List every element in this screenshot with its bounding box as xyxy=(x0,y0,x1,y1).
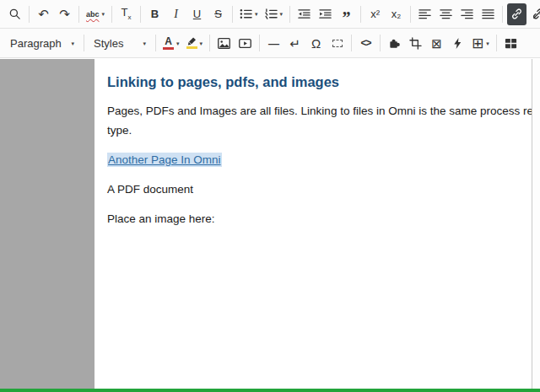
clear-formatting-icon: Tx xyxy=(122,7,132,21)
horizontal-rule-icon: — xyxy=(268,38,279,49)
toolbar-separator xyxy=(502,6,503,23)
insert-table-button[interactable]: ⊞ ▾ xyxy=(469,32,492,54)
chevron-down-icon: ▾ xyxy=(143,40,146,46)
insert-snippet-button[interactable] xyxy=(385,32,404,54)
align-left-icon xyxy=(418,8,431,20)
document-paragraph: Pages, PDFs and Images are all files. Li… xyxy=(107,102,540,141)
text-color-button[interactable]: A ▾ xyxy=(160,32,182,54)
chevron-down-icon: ▾ xyxy=(280,11,284,17)
box-x-icon: ⊠ xyxy=(431,37,442,50)
outdent-button[interactable] xyxy=(294,3,314,25)
align-right-button[interactable] xyxy=(457,3,477,25)
image-gallery-button[interactable] xyxy=(501,32,521,54)
toolbar-separator xyxy=(496,35,497,51)
chevron-down-icon: ▾ xyxy=(255,11,258,17)
highlighter-icon xyxy=(186,37,197,49)
lightning-icon xyxy=(451,37,464,50)
align-center-icon xyxy=(440,8,452,20)
superscript-button[interactable]: x² xyxy=(365,3,385,25)
link-paragraph: Another Page In Omni xyxy=(107,151,540,170)
toolbar-row-2: Paragraph ▾ Styles ▾ A ▾ ▾ xyxy=(0,29,540,58)
special-character-button[interactable]: Ω xyxy=(306,32,326,54)
source-code-button[interactable]: <> xyxy=(356,32,375,54)
italic-icon: I xyxy=(174,8,178,20)
styles-select[interactable]: Styles ▾ xyxy=(89,32,151,54)
bullet-list-button[interactable]: ▾ xyxy=(237,3,261,25)
spellcheck-button[interactable]: abc ▾ xyxy=(84,3,107,25)
align-justify-button[interactable] xyxy=(478,3,498,25)
italic-button[interactable]: I xyxy=(166,3,186,25)
spellcheck-icon: abc xyxy=(86,10,100,19)
chevron-down-icon: ▾ xyxy=(102,11,105,17)
toolbar-separator xyxy=(111,6,112,23)
editor-content-area[interactable]: Linking to pages, pdfs, and images Pages… xyxy=(0,59,540,389)
rich-text-editor: ↶ ↷ abc ▾ Tx B I U S ▾ ▾ xyxy=(0,0,540,392)
page-margin xyxy=(0,59,94,389)
search-icon xyxy=(8,8,21,20)
clear-region-button[interactable]: ⊠ xyxy=(427,32,446,54)
underline-icon: U xyxy=(193,8,201,19)
unlink-icon xyxy=(532,8,540,20)
bold-icon: B xyxy=(151,8,159,19)
bold-button[interactable]: B xyxy=(145,3,165,25)
document-heading: Linking to pages, pdfs, and images xyxy=(107,74,540,90)
horizontal-rule-button[interactable]: — xyxy=(264,32,284,54)
toolbar-separator xyxy=(410,6,411,23)
nonbreaking-space-icon xyxy=(332,40,343,47)
subscript-button[interactable]: x₂ xyxy=(386,3,406,25)
search-button[interactable] xyxy=(5,3,24,25)
toolbar-separator xyxy=(140,6,141,23)
paragraph-format-select[interactable]: Paragraph ▾ xyxy=(5,32,79,54)
link-icon xyxy=(510,8,523,20)
blockquote-icon: ” xyxy=(343,14,351,21)
toolbar-separator xyxy=(380,35,381,51)
align-left-button[interactable] xyxy=(415,3,435,25)
page-link[interactable]: Another Page In Omni xyxy=(107,153,222,167)
numbered-list-button[interactable]: ▾ xyxy=(262,3,286,25)
insert-link-button[interactable] xyxy=(507,3,526,25)
indent-button[interactable] xyxy=(316,3,335,25)
chevron-down-icon: ▾ xyxy=(486,40,489,46)
puzzle-icon xyxy=(388,37,401,50)
subscript-icon: x₂ xyxy=(392,8,402,19)
superscript-icon: x² xyxy=(370,8,380,19)
media-icon xyxy=(239,37,251,50)
insert-asset-button[interactable] xyxy=(448,32,467,54)
line-break-icon: ↵ xyxy=(289,37,300,50)
undo-button[interactable]: ↶ xyxy=(34,3,53,25)
redo-icon: ↷ xyxy=(59,8,70,20)
indent-icon xyxy=(319,8,332,20)
chevron-down-icon: ▾ xyxy=(176,40,180,46)
crop-icon xyxy=(409,37,422,50)
text-color-icon: A xyxy=(163,36,174,50)
insert-image-button[interactable] xyxy=(214,32,234,54)
blockquote-button[interactable]: ” xyxy=(337,3,356,25)
strikethrough-button[interactable]: S xyxy=(208,3,228,25)
nonbreaking-space-button[interactable] xyxy=(327,32,347,54)
chevron-down-icon: ▾ xyxy=(71,40,74,46)
pdf-line: A PDF document xyxy=(107,180,540,200)
paragraph-format-label: Paragraph xyxy=(10,37,62,50)
unlink-button[interactable] xyxy=(528,3,540,25)
underline-button[interactable]: U xyxy=(187,3,207,25)
align-justify-icon xyxy=(482,8,494,20)
highlight-color-button[interactable]: ▾ xyxy=(184,32,206,54)
insert-media-button[interactable] xyxy=(235,32,255,54)
toolbar-separator xyxy=(351,35,352,51)
chevron-down-icon: ▾ xyxy=(200,40,203,46)
document-page[interactable]: Linking to pages, pdfs, and images Pages… xyxy=(94,59,540,389)
table-icon: ⊞ xyxy=(472,36,483,51)
clear-formatting-button[interactable]: Tx xyxy=(116,3,136,25)
toolbar-separator xyxy=(209,35,210,51)
toolbar-separator xyxy=(259,35,260,51)
toolbar-row-1: ↶ ↷ abc ▾ Tx B I U S ▾ ▾ xyxy=(0,0,540,29)
bullet-list-icon xyxy=(240,8,252,20)
align-center-button[interactable] xyxy=(436,3,456,25)
toolbar-separator xyxy=(155,35,156,51)
image-line: Place an image here: xyxy=(107,210,540,229)
scrollbar-track[interactable] xyxy=(532,59,540,389)
status-bar xyxy=(0,389,540,392)
redo-button[interactable]: ↷ xyxy=(55,3,74,25)
line-break-button[interactable]: ↵ xyxy=(285,32,305,54)
crop-button[interactable] xyxy=(406,32,425,54)
